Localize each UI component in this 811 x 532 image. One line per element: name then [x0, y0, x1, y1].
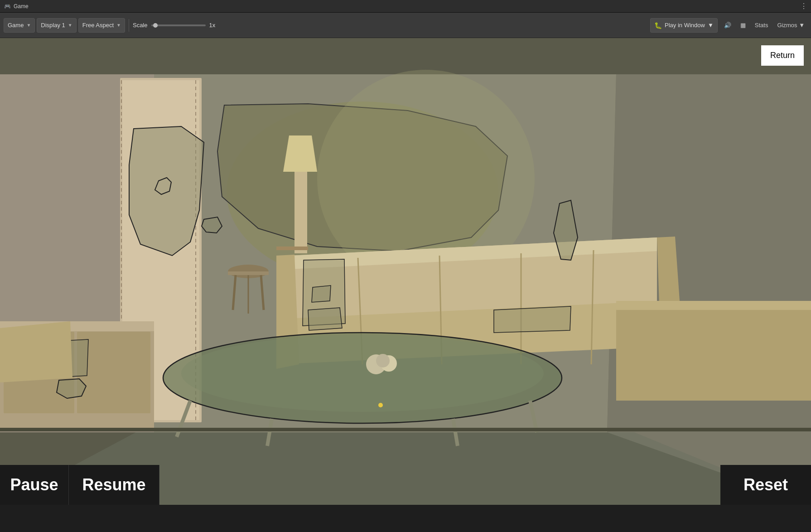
bug-icon: 🐛 [654, 22, 662, 29]
aspect-dropdown[interactable]: Free Aspect ▼ [78, 18, 125, 33]
toolbar-divider-1 [129, 19, 129, 32]
title-bar-menu[interactable]: ⋮ [800, 2, 807, 10]
bottom-bar: Pause Resume Reset [0, 465, 811, 505]
svg-rect-19 [276, 247, 308, 250]
bottom-spacer [159, 465, 720, 505]
game-icon: 🎮 [4, 3, 11, 10]
pause-button[interactable]: Pause [0, 465, 69, 505]
scale-label: Scale [133, 22, 148, 29]
gizmos-arrow: ▼ [799, 22, 805, 29]
scene-svg [0, 38, 811, 505]
svg-marker-18 [283, 135, 317, 172]
display-dropdown[interactable]: Display 1 ▼ [37, 18, 76, 33]
svg-point-51 [378, 403, 383, 407]
scale-slider-thumb [153, 23, 158, 28]
svg-point-50 [376, 354, 390, 368]
audio-button[interactable]: 🔊 [721, 20, 734, 30]
scale-slider[interactable] [151, 24, 206, 26]
gizmos-button[interactable]: Gizmos ▼ [774, 20, 807, 30]
svg-rect-21 [228, 271, 269, 275]
svg-rect-17 [294, 172, 307, 253]
return-button[interactable]: Return [761, 45, 804, 66]
game-viewport: Return Pause Resume Reset [0, 38, 811, 505]
resume-button[interactable]: Resume [69, 465, 159, 505]
svg-rect-59 [0, 428, 811, 431]
stats-button[interactable]: Stats [752, 20, 771, 30]
svg-marker-6 [0, 38, 811, 74]
svg-marker-57 [57, 379, 86, 398]
svg-marker-13 [202, 217, 222, 233]
game-dropdown-arrow: ▼ [26, 23, 31, 28]
toolbar: Game ▼ Display 1 ▼ Free Aspect ▼ Scale 1… [0, 13, 811, 38]
title-bar: 🎮 Game ⋮ [0, 0, 811, 13]
title-bar-text: Game [14, 3, 29, 10]
reset-button[interactable]: Reset [720, 465, 811, 505]
play-dropdown-arrow: ▼ [708, 22, 714, 29]
scale-container: Scale 1x [133, 22, 215, 29]
svg-marker-37 [312, 285, 331, 302]
svg-marker-35 [308, 308, 342, 330]
scale-value: 1x [209, 22, 216, 29]
play-in-window-label: Play in Window [665, 22, 705, 29]
svg-marker-58 [0, 321, 72, 382]
svg-marker-36 [494, 306, 571, 333]
svg-rect-40 [616, 310, 811, 401]
game-dropdown[interactable]: Game ▼ [4, 18, 35, 33]
svg-rect-39 [616, 301, 811, 310]
display-dropdown-arrow: ▼ [68, 23, 72, 28]
game-label: Game [8, 22, 24, 29]
aspect-label: Free Aspect [82, 22, 114, 29]
grid-button[interactable]: ▦ [738, 20, 748, 30]
svg-point-43 [181, 335, 544, 412]
display-label: Display 1 [41, 22, 65, 29]
play-in-window-dropdown[interactable]: 🐛 Play in Window ▼ [650, 18, 718, 33]
aspect-dropdown-arrow: ▼ [116, 23, 121, 28]
toolbar-right: 🐛 Play in Window ▼ 🔊 ▦ Stats Gizmos ▼ [650, 18, 807, 33]
